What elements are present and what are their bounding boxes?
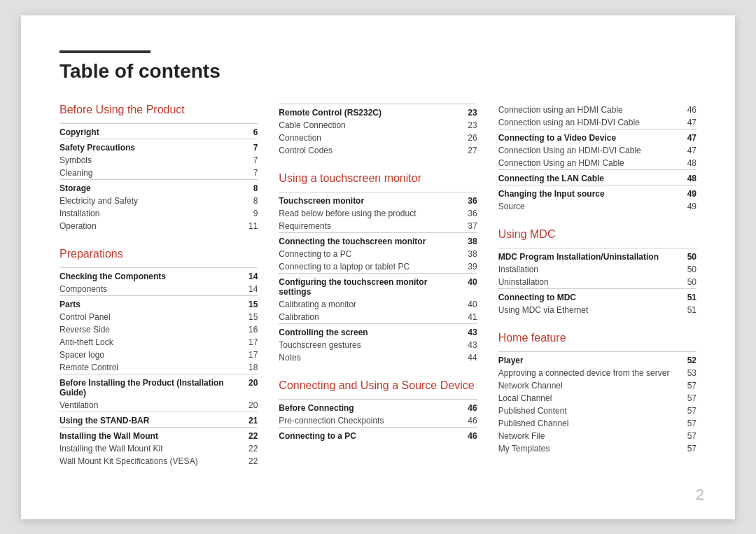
toc-entry-label: Connection Using an HDMI Cable: [498, 157, 680, 170]
toc-entry: Network File57: [498, 430, 696, 442]
toc-entry: Controlling the screen43: [279, 323, 477, 339]
toc-entry-label: Connection Using an HDMI-DVI Cable: [498, 144, 680, 157]
toc-entry: Installing the Wall Mount Kit22: [59, 442, 258, 455]
toc-table-hdmi: Connection using an HDMI Cable46Connecti…: [498, 104, 696, 213]
toc-entry: Changing the Input source49: [498, 185, 696, 200]
toc-entry-label: Copyright: [59, 123, 229, 139]
toc-entry: Anti-theft Lock17: [59, 336, 258, 349]
toc-entry: Approving a connected device from the se…: [498, 367, 696, 379]
section-home: Home feature: [498, 332, 696, 344]
toc-entry-page: 48: [679, 157, 696, 170]
page: Table of contents Before Using the Produ…: [21, 15, 735, 519]
toc-table-preparations: Checking the Components14Components14Par…: [59, 267, 258, 468]
col-3: Connection using an HDMI Cable46Connecti…: [498, 104, 696, 468]
toc-entry-page: 46: [454, 399, 477, 414]
toc-entry-label: Before Installing the Product (Installat…: [59, 374, 244, 399]
toc-entry-label: Published Content: [498, 405, 682, 417]
toc-entry-page: 40: [463, 273, 477, 298]
section-source: Connecting and Using a Source Device: [279, 379, 477, 392]
toc-entry: Spacer logo17: [59, 349, 258, 361]
toc-entry-label: Source: [498, 200, 680, 213]
toc-entry-page: 57: [682, 405, 696, 417]
toc-entry: Remote Control18: [59, 361, 258, 374]
toc-columns: Before Using the Product Copyright6Safet…: [59, 104, 696, 468]
toc-entry-page: 36: [463, 207, 477, 220]
toc-entry-label: Storage: [59, 179, 229, 195]
toc-entry: Safety Precautions7: [59, 139, 258, 154]
toc-entry-label: Installation: [59, 207, 229, 220]
toc-entry: Ventilation20: [59, 399, 258, 412]
toc-entry-page: 57: [682, 442, 696, 455]
section-preparations: Preparations: [59, 248, 258, 260]
toc-entry-label: Safety Precautions: [59, 139, 229, 154]
toc-entry: Published Channel57: [498, 417, 696, 430]
toc-entry-label: Symbols: [59, 154, 229, 167]
toc-entry-label: Connecting to a PC: [279, 427, 454, 442]
toc-entry: MDC Program Installation/Uninstallation5…: [498, 248, 696, 263]
toc-entry: Uninstallation50: [498, 276, 696, 289]
toc-entry: Before Installing the Product (Installat…: [59, 374, 258, 399]
toc-entry-label: Connection: [279, 132, 454, 144]
toc-entry: Cable Connection23: [279, 119, 477, 132]
toc-entry-label: Connecting the LAN Cable: [498, 169, 680, 185]
toc-entry: Connection using an HDMI Cable46: [498, 104, 696, 116]
toc-entry-page: 43: [463, 339, 477, 351]
toc-entry-label: Reverse Side: [59, 323, 244, 336]
toc-entry-page: 37: [463, 220, 477, 233]
toc-table-remote: Remote Control (RS232C)23Cable Connectio…: [279, 104, 477, 157]
page-number: 2: [696, 486, 704, 504]
toc-entry-page: 47: [679, 116, 696, 129]
toc-entry-page: 46: [454, 414, 477, 428]
toc-entry-label: Published Channel: [498, 417, 682, 430]
toc-entry-page: 26: [454, 132, 477, 144]
toc-entry-label: Wall Mount Kit Specifications (VESA): [59, 455, 244, 468]
toc-entry-page: 57: [682, 430, 696, 442]
toc-entry: Wall Mount Kit Specifications (VESA)22: [59, 455, 258, 468]
toc-entry-label: Ventilation: [59, 399, 244, 412]
toc-entry: Read below before using the product36: [279, 207, 477, 220]
toc-entry-page: 17: [244, 349, 258, 361]
toc-entry-label: Connection using an HDMI-DVI Cable: [498, 116, 680, 129]
toc-entry: Remote Control (RS232C)23: [279, 104, 477, 119]
toc-entry-page: 7: [229, 139, 258, 154]
toc-table-before-using: Copyright6Safety Precautions7Symbols7Cle…: [59, 123, 258, 232]
toc-table-mdc: MDC Program Installation/Uninstallation5…: [498, 248, 696, 316]
toc-entry-label: Using the STAND-BAR: [59, 412, 244, 427]
toc-entry-page: 47: [679, 144, 696, 157]
toc-entry-page: 22: [244, 442, 258, 455]
toc-entry: Network Channel57: [498, 379, 696, 392]
toc-entry-page: 50: [681, 276, 696, 289]
toc-entry-page: 36: [463, 192, 477, 207]
toc-entry-page: 9: [229, 207, 258, 220]
toc-entry: Pre-connection Checkpoints46: [279, 414, 477, 428]
toc-entry-label: Installation: [498, 263, 682, 276]
toc-entry-page: 22: [244, 455, 258, 468]
toc-entry-label: Uninstallation: [498, 276, 682, 289]
toc-entry-page: 51: [681, 288, 696, 304]
toc-entry-label: Parts: [59, 295, 244, 311]
toc-entry-label: Local Channel: [498, 392, 682, 405]
toc-entry-page: 17: [244, 336, 258, 349]
toc-entry: Calibration41: [279, 311, 477, 324]
page-title: Table of contents: [59, 60, 696, 83]
toc-entry-page: 38: [463, 232, 477, 248]
toc-table-home: Player52Approving a connected device fro…: [498, 351, 696, 455]
toc-entry: Installing the Wall Mount22: [59, 427, 258, 442]
toc-entry-label: Network File: [498, 430, 682, 442]
toc-entry: Configuring the touchscreen monitor sett…: [279, 273, 477, 298]
toc-entry-label: MDC Program Installation/Uninstallation: [498, 248, 682, 263]
toc-entry: Connecting to a PC46: [279, 427, 477, 442]
toc-entry: Cleaning7: [59, 167, 258, 180]
toc-entry-page: 53: [682, 367, 696, 379]
toc-entry-page: 23: [454, 104, 477, 119]
toc-entry-page: 50: [681, 248, 696, 263]
toc-entry-label: Cleaning: [59, 167, 229, 180]
toc-entry: Connecting the LAN Cable48: [498, 169, 696, 185]
toc-entry-page: 15: [244, 295, 258, 311]
toc-entry: Control Panel15: [59, 311, 258, 323]
toc-entry-page: 23: [454, 119, 477, 132]
toc-entry-page: 57: [682, 379, 696, 392]
toc-entry-page: 22: [244, 427, 258, 442]
toc-entry-label: Cable Connection: [279, 119, 454, 132]
toc-entry-label: Remote Control: [59, 361, 244, 374]
